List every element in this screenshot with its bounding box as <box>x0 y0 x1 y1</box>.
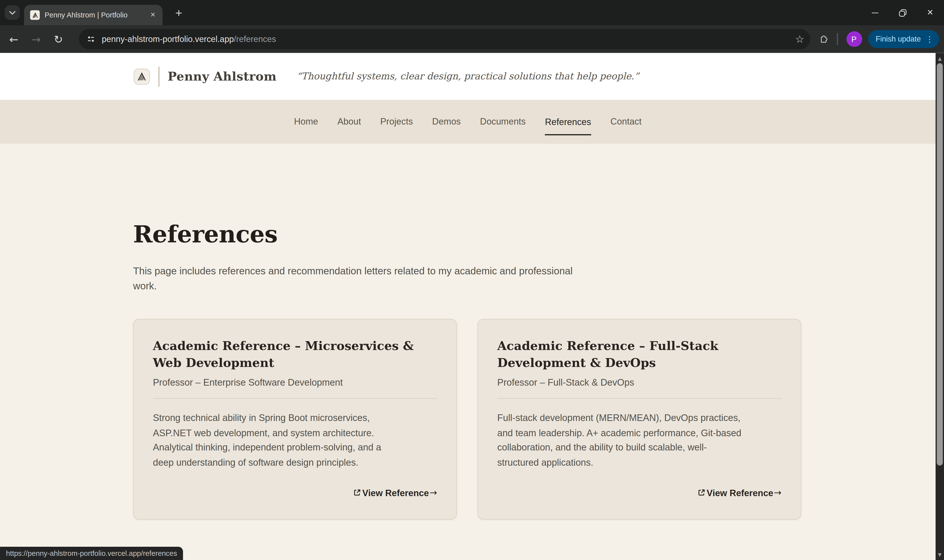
bookmark-star-icon[interactable]: ☆ <box>795 33 804 45</box>
view-reference-label: View Reference <box>707 488 773 498</box>
window-restore-button[interactable] <box>889 0 916 25</box>
external-link-icon <box>697 489 705 497</box>
toolbar-divider <box>837 33 838 45</box>
url-domain: penny-ahlstrom-portfolio.vercel.app <box>102 34 234 44</box>
page-title: References <box>133 220 944 248</box>
status-bar: https://penny-ahlstrom-portfolio.vercel.… <box>0 547 183 560</box>
card-body-line: ASP.NET web development, and system arch… <box>153 426 437 440</box>
puzzle-icon <box>818 34 829 45</box>
card-body-line: Full-stack development (MERN/MEAN), DevO… <box>497 411 782 426</box>
site-nav: Home About Projects Demos Documents Refe… <box>0 100 944 144</box>
brand-divider <box>158 66 159 86</box>
reload-button[interactable]: ↻ <box>48 29 69 49</box>
reference-card: Academic Reference – Microservices & Web… <box>133 319 457 520</box>
browser-tab[interactable]: Penny Ahlstrom | Portfolio × <box>24 5 162 25</box>
brand-logo-badge <box>134 68 150 85</box>
site-tagline: “Thoughtful systems, clear design, pract… <box>296 71 639 82</box>
new-tab-button[interactable]: + <box>171 5 187 21</box>
browser-window: Penny Ahlstrom | Portfolio × + × ← → ↻ <box>0 0 944 560</box>
forward-button[interactable]: → <box>26 29 46 49</box>
card-body-line: Analytical thinking, independent problem… <box>153 440 437 455</box>
card-subtitle: Professor – Enterprise Software Developm… <box>153 377 437 388</box>
card-body: Full-stack development (MERN/MEAN), DevO… <box>497 411 782 470</box>
address-bar[interactable]: penny-ahlstrom-portfolio.vercel.app/refe… <box>79 29 810 49</box>
arrow-right-icon: → <box>429 487 437 498</box>
nav-item-references[interactable]: References <box>545 117 591 135</box>
finish-update-label: Finish update <box>876 35 921 43</box>
nav-item-projects[interactable]: Projects <box>380 116 413 128</box>
browser-toolbar: ← → ↻ penny-ahlstrom-portfolio.vercel.ap… <box>0 25 944 53</box>
window-controls: × <box>861 0 944 25</box>
card-divider <box>497 398 782 399</box>
site-header: Penny Ahlstrom “Thoughtful systems, clea… <box>0 53 944 100</box>
external-link-icon <box>353 489 361 497</box>
minimize-icon <box>872 12 878 13</box>
browser-titlebar: Penny Ahlstrom | Portfolio × + × <box>0 0 944 25</box>
page-intro-line: work. <box>133 278 944 294</box>
brand-name: Penny Ahlstrom <box>168 69 276 84</box>
tab-favicon <box>30 10 40 20</box>
profile-avatar[interactable]: P <box>846 31 862 47</box>
tab-search-button[interactable] <box>5 5 20 20</box>
brand[interactable]: Penny Ahlstrom <box>134 53 276 100</box>
tab-title: Penny Ahlstrom | Portfolio <box>45 11 148 19</box>
window-close-button[interactable]: × <box>916 0 944 25</box>
scroll-up-arrow[interactable]: ▲ <box>936 54 944 62</box>
tab-close-button[interactable]: × <box>148 10 157 20</box>
card-body-line: collaboration, and the ability to build … <box>497 440 782 455</box>
scrollbar-thumb[interactable] <box>937 63 943 465</box>
reference-card: Academic Reference – Full-Stack Developm… <box>477 319 801 520</box>
view-reference-label: View Reference <box>362 488 429 498</box>
window-minimize-button[interactable] <box>861 0 889 25</box>
nav-item-contact[interactable]: Contact <box>611 116 642 128</box>
nav-item-demos[interactable]: Demos <box>432 116 461 128</box>
view-reference-link[interactable]: View Reference → <box>153 487 437 498</box>
nav-item-home[interactable]: Home <box>294 116 318 128</box>
main-section: References This page includes references… <box>0 220 944 520</box>
back-button[interactable]: ← <box>4 29 24 49</box>
restore-icon <box>897 8 908 18</box>
finish-update-button[interactable]: Finish update ⋮ <box>868 30 939 48</box>
nav-item-about[interactable]: About <box>337 116 361 128</box>
brand-logo-icon <box>32 12 39 18</box>
browser-menu-icon[interactable]: ⋮ <box>925 35 933 44</box>
card-body-line: Strong technical ability in Spring Boot … <box>153 411 437 426</box>
chevron-down-icon <box>9 11 16 15</box>
reference-cards: Academic Reference – Microservices & Web… <box>133 319 944 520</box>
card-body-line: and team leadership. A+ academic perform… <box>497 426 782 440</box>
url-text: penny-ahlstrom-portfolio.vercel.app/refe… <box>102 34 790 44</box>
nav-item-documents[interactable]: Documents <box>480 116 526 128</box>
scrollbar[interactable]: ▲ ▼ <box>936 53 944 560</box>
page-intro-line: This page includes references and recomm… <box>133 263 944 278</box>
card-title: Academic Reference – Full-Stack Developm… <box>497 337 782 371</box>
web-content: Penny Ahlstrom “Thoughtful systems, clea… <box>0 53 944 560</box>
card-subtitle: Professor – Full-Stack & DevOps <box>497 377 782 388</box>
site-settings-icon[interactable] <box>86 34 96 44</box>
card-divider <box>153 398 437 399</box>
scroll-down-arrow[interactable]: ▼ <box>936 551 944 559</box>
arrow-right-icon: → <box>774 487 782 498</box>
card-body: Strong technical ability in Spring Boot … <box>153 411 437 470</box>
card-body-line: structured applications. <box>497 455 782 470</box>
page-intro: This page includes references and recomm… <box>133 263 944 294</box>
card-body-line: deep understanding of software design pr… <box>153 455 437 470</box>
card-title: Academic Reference – Microservices & Web… <box>153 337 437 371</box>
url-path: /references <box>234 34 276 44</box>
view-reference-link[interactable]: View Reference → <box>497 487 782 498</box>
extensions-button[interactable] <box>818 34 829 45</box>
brand-logo-icon <box>137 71 147 82</box>
